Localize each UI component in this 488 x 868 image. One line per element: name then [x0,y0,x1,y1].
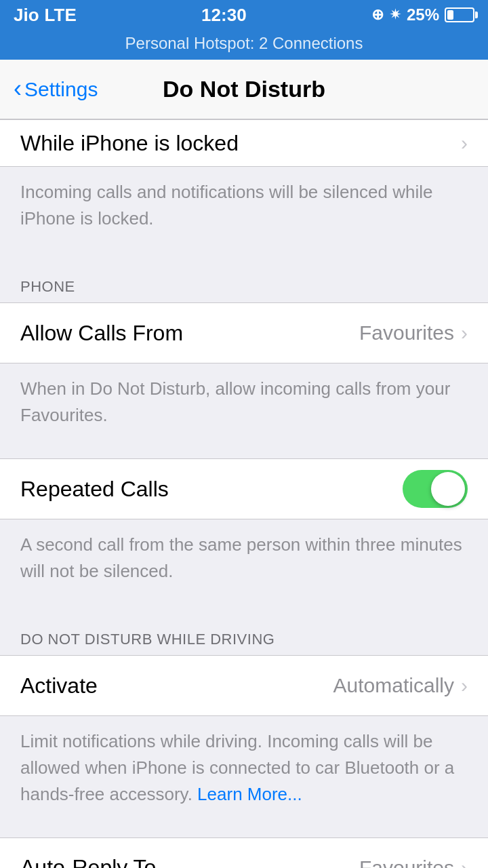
battery-percent: 25% [407,5,439,24]
allow-calls-label: Allow Calls From [20,321,183,346]
learn-more-link[interactable]: Learn More... [197,784,302,804]
carrier-label: Jio [14,5,39,26]
while-locked-row[interactable]: While iPhone is locked › [0,119,488,167]
network-label: LTE [45,5,77,26]
auto-reply-to-label: Auto-Reply To [20,855,156,868]
allow-calls-row[interactable]: Allow Calls From Favourites › [0,303,488,363]
page-title: Do Not Disturb [163,76,325,102]
battery-icon [445,7,474,22]
status-left: Jio LTE [14,5,77,26]
status-bar: Jio LTE 12:30 ⊕ ✴ 25% [0,0,488,30]
activate-label: Activate [20,673,98,698]
activate-right: Automatically › [333,674,468,697]
while-locked-chevron: › [461,132,468,155]
hotspot-bar: Personal Hotspot: 2 Connections [0,30,488,60]
activate-description: Limit notifications while driving. Incom… [0,716,488,824]
repeated-calls-label: Repeated Calls [20,477,169,502]
repeated-calls-description: A second call from the same person withi… [0,519,488,601]
allow-calls-value: Favourites [359,321,454,344]
allow-calls-description: When in Do Not Disturb, allow incoming c… [0,363,488,445]
auto-reply-to-value: Favourites [359,856,454,869]
auto-reply-to-chevron: › [461,856,468,869]
settings-content: While iPhone is locked › Incoming calls … [0,119,488,868]
driving-section-header: DO NOT DISTURB WHILE DRIVING [0,614,488,655]
phone-section-header: PHONE [0,262,488,302]
back-chevron-icon: ‹ [14,77,22,101]
locked-description: Incoming calls and notifications will be… [0,167,488,248]
allow-calls-right: Favourites › [359,321,468,344]
back-label: Settings [24,78,98,101]
allow-calls-description-text: When in Do Not Disturb, allow incoming c… [20,378,450,425]
repeated-calls-row: Repeated Calls [0,459,488,519]
hotspot-text: Personal Hotspot: 2 Connections [125,34,363,52]
auto-reply-to-row[interactable]: Auto-Reply To Favourites › [0,838,488,868]
locked-description-text: Incoming calls and notifications will be… [20,182,432,229]
auto-reply-card: Auto-Reply To Favourites › Auto-Reply I'… [0,837,488,868]
activate-row[interactable]: Activate Automatically › [0,656,488,715]
time-label: 12:30 [201,5,247,26]
activate-card: Activate Automatically › [0,655,488,716]
toggle-knob [431,472,465,506]
auto-reply-to-right: Favourites › [359,856,468,869]
activate-value: Automatically [333,674,454,697]
repeated-calls-description-text: A second call from the same person withi… [20,534,462,581]
bluetooth-icon: ✴ [389,6,401,24]
allow-calls-chevron: › [461,321,468,344]
allow-calls-card: Allow Calls From Favourites › [0,302,488,363]
while-locked-label: While iPhone is locked [20,131,239,156]
back-button[interactable]: ‹ Settings [14,78,98,101]
status-right: ⊕ ✴ 25% [371,5,474,24]
location-icon: ⊕ [371,6,384,24]
activate-chevron: › [461,674,468,697]
repeated-calls-card: Repeated Calls [0,458,488,519]
nav-bar: ‹ Settings Do Not Disturb [0,60,488,119]
repeated-calls-toggle[interactable] [403,470,468,508]
